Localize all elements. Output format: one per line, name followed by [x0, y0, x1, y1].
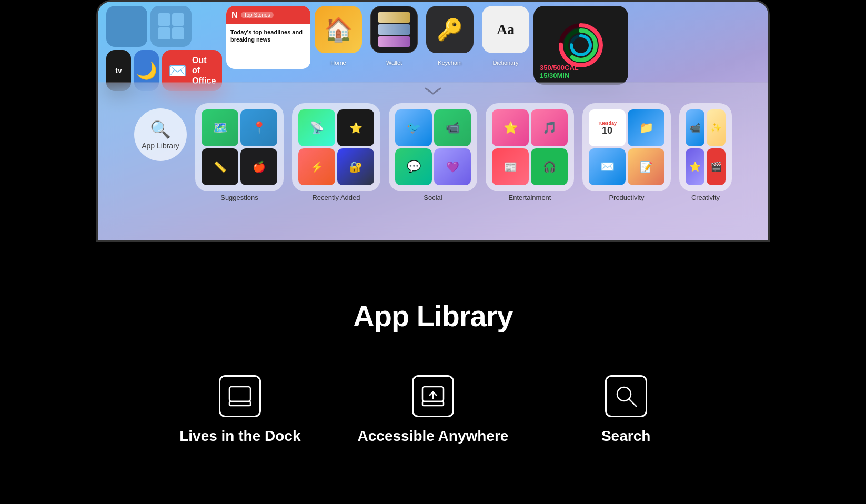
app-wallet-wrapper: Wallet — [370, 6, 418, 78]
suggestions-label: Suggestions — [220, 194, 258, 201]
social-label: Social — [424, 194, 442, 201]
small-apps-grid: tv 🌙 ✉️ Out of Office — [106, 6, 222, 91]
app-documents[interactable] — [150, 6, 192, 47]
creativity-folder-wrapper: 📹 ✨ ⭐ 🎬 Cre — [679, 103, 732, 201]
creativity-label: Creativity — [691, 194, 720, 201]
measure-icon: 📏 — [202, 148, 238, 185]
activity-stats: 350/500CAL 15/30MIN — [540, 64, 579, 79]
accessible-icon — [412, 375, 454, 417]
app-dictionary-label: Dictionary — [493, 59, 519, 66]
recently-added-wrapper: 📡 ⭐ ⚡ 🔐 Rec — [292, 103, 380, 201]
ipad-screen: tv 🌙 ✉️ Out of Office N To — [98, 2, 768, 240]
library-search-label: App Library — [142, 142, 179, 150]
password-icon: 🔐 — [337, 148, 374, 185]
facetime-icon: 📹 — [434, 109, 471, 146]
library-search-icon: 🔍 — [150, 119, 171, 139]
svg-rect-7 — [229, 401, 250, 406]
bottom-section: App Library Lives in the Dock — [0, 257, 866, 504]
notes-icon: 📝 — [628, 148, 664, 185]
craft-icon: ✨ — [707, 109, 726, 146]
productivity-grid: Tuesday 10 📁 ✉️ 📝 — [589, 109, 664, 185]
files-icon: 📁 — [628, 109, 664, 146]
feature-accessible-anywhere: Accessible Anywhere — [349, 375, 517, 445]
news-widget[interactable]: N Top Stories Today's top headlines and … — [226, 6, 310, 69]
app-home-wrapper: 🏠 Home — [315, 6, 362, 78]
maps-alt-icon: 📍 — [240, 109, 277, 146]
accessible-svg-icon — [420, 384, 446, 409]
imovie-icon: ⭐ — [686, 148, 704, 185]
chevron-indicator — [424, 83, 442, 98]
red-icon: 🎬 — [707, 148, 726, 185]
svg-rect-6 — [229, 387, 250, 401]
search-label: Search — [601, 428, 650, 445]
dock-svg-icon — [227, 384, 253, 409]
social-folder[interactable]: 🐦 📹 💬 💜 — [389, 103, 477, 191]
large-apps-row: 🏠 Home Wallet — [315, 6, 529, 78]
app-library-section: 🔍 App Library 🗺️ 📍 — [98, 83, 768, 240]
findmy-icon: 📡 — [298, 109, 335, 146]
app-home-label: Home — [330, 59, 346, 66]
search-svg-icon — [613, 384, 639, 409]
app-library-grid: 🔍 App Library 🗺️ 📍 — [122, 98, 744, 201]
maps-icon: 🗺️ — [202, 109, 238, 146]
activity-rings — [557, 22, 605, 69]
accessible-anywhere-label: Accessible Anywhere — [358, 428, 509, 445]
page-title: App Library — [353, 299, 512, 333]
wallet-cards — [378, 12, 410, 47]
entertainment-label: Entertainment — [509, 194, 551, 201]
reeder-icon: ⭐ — [337, 109, 374, 146]
productivity-folder[interactable]: Tuesday 10 📁 ✉️ 📝 — [582, 103, 671, 191]
suggestions-folder[interactable]: 🗺️ 📍 📏 🍎 — [195, 103, 284, 191]
dock-icon — [219, 375, 261, 417]
mail-icon: ✉️ — [589, 148, 626, 185]
svg-rect-9 — [422, 401, 444, 406]
social-grid: 🐦 📹 💬 💜 — [395, 109, 471, 185]
search-icon — [605, 375, 647, 417]
activity-minutes: 15/30MIN — [540, 72, 579, 79]
app-dictionary-wrapper: Aa Dictionary — [482, 6, 529, 78]
mango-icon: ⭐ — [492, 109, 529, 146]
library-search-wrapper: 🔍 App Library — [134, 103, 187, 174]
app-keychain-label: Keychain — [438, 59, 461, 66]
feature-search: Search — [542, 375, 710, 445]
news-header: N Top Stories — [226, 6, 310, 24]
app-wallet-label: Wallet — [386, 59, 402, 66]
messages-icon: 💬 — [395, 148, 432, 185]
svg-line-11 — [629, 399, 636, 406]
top-apps-row: tv 🌙 ✉️ Out of Office N To — [98, 2, 768, 83]
entertainment-folder[interactable]: ⭐ 🎵 📰 🎧 — [486, 103, 574, 191]
productivity-folder-wrapper: Tuesday 10 📁 ✉️ 📝 — [582, 103, 671, 201]
music-icon: 🎵 — [531, 109, 568, 146]
suggestions-folder-wrapper: 🗺️ 📍 📏 🍎 — [195, 103, 284, 201]
recently-added-folder[interactable]: 📡 ⭐ ⚡ 🔐 — [292, 103, 380, 191]
calendar-icon: Tuesday 10 — [589, 109, 626, 146]
creativity-grid: 📹 ✨ ⭐ 🎬 — [686, 109, 726, 185]
messenger-icon: 💜 — [434, 148, 471, 185]
small-apps-row-1 — [106, 6, 222, 47]
app-keychain[interactable]: 🔑 — [426, 6, 474, 53]
library-search[interactable]: 🔍 App Library — [134, 108, 187, 161]
entertainment-grid: ⭐ 🎵 📰 🎧 — [492, 109, 568, 185]
app-home[interactable]: 🏠 — [315, 6, 362, 53]
social-folder-wrapper: 🐦 📹 💬 💜 S — [389, 103, 477, 201]
creativity-folder[interactable]: 📹 ✨ ⭐ 🎬 — [679, 103, 732, 191]
recently-added-grid: 📡 ⭐ ⚡ 🔐 — [298, 109, 374, 185]
entertainment-folder-wrapper: ⭐ 🎵 📰 🎧 En — [486, 103, 574, 201]
app-wallet[interactable] — [370, 6, 418, 53]
svg-point-10 — [617, 387, 631, 401]
lives-in-dock-label: Lives in the Dock — [179, 428, 300, 445]
productivity-label: Productivity — [609, 194, 644, 201]
feature-lives-in-dock: Lives in the Dock — [156, 375, 324, 445]
news-logo: N — [231, 11, 238, 20]
recently-added-label: Recently Added — [312, 194, 360, 201]
news-text: Today's top headlines and breaking news — [226, 24, 310, 48]
features-row: Lives in the Dock Accessible Anywhere — [144, 375, 722, 445]
shortcuts-icon: ⚡ — [298, 148, 335, 185]
activity-widget[interactable]: 350/500CAL 15/30MIN — [533, 6, 628, 85]
app-downloads[interactable] — [106, 6, 147, 47]
app-dictionary[interactable]: Aa — [482, 6, 529, 53]
apple-icon: 🍎 — [240, 148, 277, 185]
chevron-down-icon — [424, 85, 442, 96]
app-keychain-wrapper: 🔑 Keychain — [426, 6, 474, 78]
activity-calories: 350/500CAL — [540, 64, 579, 72]
